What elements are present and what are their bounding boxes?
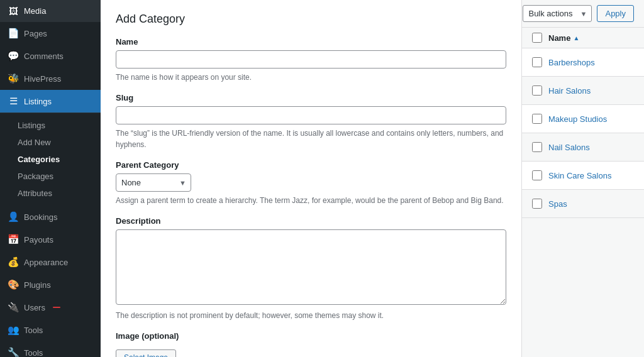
table-row: Spas	[522, 190, 644, 218]
sidebar-item-label: Listings	[24, 97, 52, 106]
name-column-header: Name ▲	[548, 33, 579, 43]
sidebar-item-pages[interactable]: 📄 Pages	[0, 22, 101, 45]
sidebar-item-comments[interactable]: 💬 Comments	[0, 45, 101, 67]
bulk-actions-wrap: Bulk actions ▼	[523, 5, 592, 22]
categories-toolbar: Bulk actions ▼ Apply	[522, 0, 644, 28]
sidebar-item-label: Payouts	[24, 235, 53, 244]
sidebar-sub-listings[interactable]: Listings	[0, 117, 101, 134]
sort-icon: ▲	[573, 35, 579, 41]
add-category-form: Add Category Name The name is how it app…	[101, 0, 522, 357]
description-hint: The description is not prominent by defa…	[116, 310, 506, 321]
appearance-icon: 🎨	[8, 279, 19, 290]
sidebar-item-plugins[interactable]: 🔌 Users	[0, 296, 101, 319]
category-link[interactable]: Skin Care Salons	[548, 171, 611, 180]
categories-panel: Bulk actions ▼ Apply Name ▲ Barbershops …	[522, 0, 644, 357]
users-icon: 👥	[8, 324, 19, 336]
sidebar-item-listings[interactable]: ☰ Listings	[0, 90, 101, 113]
sidebar-item-media[interactable]: 🖼 Media	[0, 0, 101, 22]
sidebar-item-bookings[interactable]: 📅 Payouts	[0, 228, 101, 251]
parent-label: Parent Category	[116, 160, 506, 170]
category-list: Barbershops Hair Salons Makeup Studios N…	[522, 48, 644, 218]
description-group: Description The description is not promi…	[116, 216, 506, 321]
sidebar-item-label: Appearance	[24, 258, 68, 267]
pages-icon: 📄	[8, 28, 19, 39]
name-label: Name	[116, 37, 506, 47]
sidebar-item-label: Tools	[24, 326, 43, 335]
parent-select[interactable]: None	[116, 173, 191, 192]
parent-select-wrap: None ▼	[116, 173, 191, 192]
description-textarea[interactable]	[116, 229, 506, 305]
sidebar-item-label: Tools	[24, 348, 43, 358]
categories-table-header: Name ▲	[522, 28, 644, 48]
sidebar-sub-packages[interactable]: Packages	[0, 168, 101, 185]
parent-hint: Assign a parent term to create a hierarc…	[116, 195, 506, 206]
media-icon: 🖼	[8, 6, 19, 16]
name-input[interactable]	[116, 50, 506, 69]
hivepress-icon: 🐝	[8, 73, 19, 84]
category-checkbox[interactable]	[532, 170, 542, 180]
bookings-icon: 📅	[8, 234, 19, 245]
sidebar-item-label: Pages	[24, 29, 47, 38]
image-label: Image (optional)	[116, 331, 506, 341]
category-checkbox[interactable]	[532, 114, 542, 124]
plugins-icon: 🔌	[8, 302, 19, 313]
category-link[interactable]: Spas	[548, 199, 567, 209]
listings-icon: ☰	[8, 96, 19, 107]
name-hint: The name is how it appears on your site.	[116, 72, 506, 83]
sidebar-item-label: Users	[24, 303, 45, 312]
comments-icon: 💬	[8, 50, 19, 62]
page-title: Add Category	[116, 13, 506, 26]
sidebar-item-tools[interactable]: 🔧 Tools	[0, 341, 101, 357]
category-link[interactable]: Hair Salons	[548, 86, 591, 96]
table-row: Barbershops	[522, 48, 644, 77]
slug-hint: The “slug” is the URL-friendly version o…	[116, 128, 506, 150]
apply-button[interactable]: Apply	[597, 5, 634, 22]
category-link[interactable]: Nail Salons	[548, 143, 590, 152]
parent-category-group: Parent Category None ▼ Assign a parent t…	[116, 160, 506, 206]
description-label: Description	[116, 216, 506, 226]
sidebar-item-label: Media	[24, 6, 46, 16]
category-checkbox[interactable]	[532, 199, 542, 209]
listings-submenu: Listings Add New Categories Packages Att…	[0, 113, 101, 206]
table-row: Nail Salons	[522, 133, 644, 162]
sidebar-item-users[interactable]: 👥 Tools	[0, 319, 101, 341]
sidebar-item-label: Bookings	[24, 212, 57, 222]
sidebar-sub-attributes[interactable]: Attributes	[0, 185, 101, 202]
slug-label: Slug	[116, 93, 506, 102]
image-group: Image (optional) Select Image	[116, 331, 506, 357]
sidebar-item-label: Plugins	[24, 280, 51, 290]
category-checkbox[interactable]	[532, 142, 542, 152]
sidebar-item-label: HivePress	[24, 74, 61, 84]
category-link[interactable]: Makeup Studios	[548, 114, 607, 124]
sidebar-sub-add-new[interactable]: Add New	[0, 134, 101, 151]
sidebar: 🖼 Media 📄 Pages 💬 Comments 🐝 HivePress ☰…	[0, 0, 101, 357]
vendors-icon: 👤	[8, 211, 19, 222]
sidebar-item-hivepress[interactable]: 🐝 HivePress	[0, 67, 101, 90]
name-group: Name The name is how it appears on your …	[116, 37, 506, 83]
category-checkbox[interactable]	[532, 57, 542, 67]
plugins-badge	[53, 307, 60, 308]
table-row: Skin Care Salons	[522, 162, 644, 190]
tools-icon: 🔧	[8, 347, 19, 357]
slug-group: Slug The “slug” is the URL-friendly vers…	[116, 93, 506, 150]
table-row: Makeup Studios	[522, 105, 644, 133]
sidebar-item-payouts[interactable]: 💰 Appearance	[0, 251, 101, 273]
sidebar-item-label: Comments	[24, 52, 64, 61]
category-checkbox[interactable]	[532, 85, 542, 96]
main-content: Add Category Name The name is how it app…	[101, 0, 644, 357]
sidebar-sub-categories[interactable]: Categories	[0, 151, 101, 168]
table-row: Hair Salons	[522, 77, 644, 105]
sidebar-item-vendors[interactable]: 👤 Bookings	[0, 206, 101, 228]
category-link[interactable]: Barbershops	[548, 58, 595, 67]
sidebar-item-appearance[interactable]: 🎨 Plugins	[0, 273, 101, 296]
bulk-actions-select[interactable]: Bulk actions	[523, 5, 592, 22]
payouts-icon: 💰	[8, 256, 19, 268]
select-all-checkbox[interactable]	[532, 33, 542, 43]
slug-input[interactable]	[116, 106, 506, 124]
select-image-button[interactable]: Select Image	[116, 349, 176, 357]
